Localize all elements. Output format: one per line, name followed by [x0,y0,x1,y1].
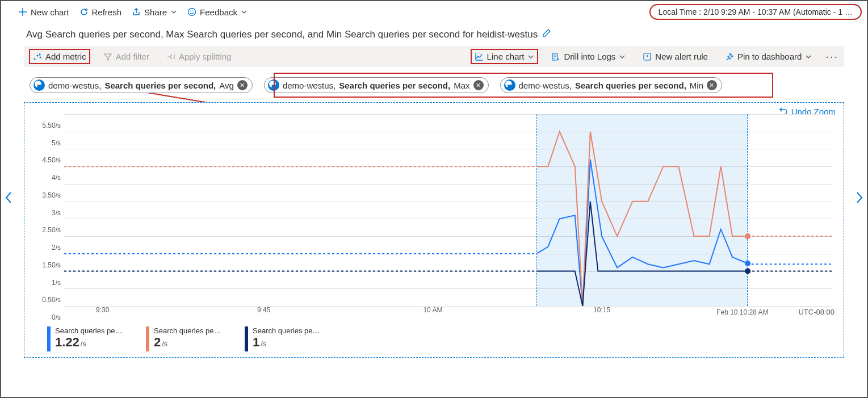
svg-point-1 [190,11,191,12]
feedback-label: Feedback [200,7,237,17]
feedback-button[interactable]: Feedback [187,7,248,17]
splitting-icon [166,52,175,61]
filter-icon [103,52,112,61]
chevron-down-icon [170,9,177,15]
refresh-icon [79,7,89,16]
svg-point-0 [188,9,196,16]
y-tick-label: 0/s [52,313,61,321]
line-chart-icon [475,52,484,61]
y-tick-label: 1/s [52,279,61,287]
chevron-down-icon [805,53,812,60]
share-button[interactable]: Share [132,7,177,17]
y-tick-label: 2/s [52,244,61,252]
y-axis: 0/s0.50/s1/s1.50/s2/s2.50/s3/s3.50/s4/s4… [24,114,64,306]
metric-pill-avg[interactable]: demo-westus, Search queries per second, … [30,77,253,93]
y-tick-label: 5.50/s [42,122,61,129]
logs-icon [551,52,560,61]
legend-item[interactable]: Search queries per s...1.22/s [47,326,123,351]
svg-point-10 [745,233,750,239]
new-alert-label: New alert rule [655,52,708,61]
apply-splitting-button: Apply splitting [163,49,235,64]
y-tick-label: 3/s [52,209,61,217]
pill-resource: demo-westus, [48,81,101,90]
metric-pills-row: demo-westus, Search queries per second, … [1,67,867,99]
metric-icon [33,52,42,61]
refresh-label: Refresh [92,7,122,17]
legend-item[interactable]: Search queries per s...1/s [245,326,321,351]
chart-type-label: Line chart [487,52,525,61]
svg-point-4 [37,55,39,56]
share-label: Share [144,7,167,17]
edit-icon[interactable] [542,28,551,40]
annotation-highlight [274,73,773,98]
svg-point-5 [40,56,41,58]
timezone-label: UTC-08:00 [798,308,835,316]
alert-icon [643,52,652,61]
y-tick-label: 3.50/s [42,191,61,199]
add-metric-button[interactable]: Add metric [30,49,90,64]
chevron-down-icon [619,53,626,60]
drill-into-logs-button[interactable]: Drill into Logs [548,49,629,64]
add-filter-button: Add filter [100,49,153,64]
refresh-button[interactable]: Refresh [79,7,122,17]
drill-logs-label: Drill into Logs [564,52,615,61]
pin-icon [725,52,734,61]
prev-chart-button[interactable] [5,191,12,207]
y-tick-label: 1.50/s [42,261,61,269]
legend: Search queries per s...1.22/sSearch quer… [47,326,321,351]
y-tick-label: 4/s [52,174,61,182]
pill-metric: Search queries per second, [104,81,216,90]
smiley-icon [187,7,196,16]
pin-dashboard-label: Pin to dashboard [737,52,802,61]
remove-pill-icon[interactable]: ✕ [237,80,248,90]
y-tick-label: 0.50/s [42,296,61,304]
y-tick-label: 2.50/s [42,226,61,234]
x-tick-label: 10:15 [593,306,610,314]
legend-item[interactable]: Search queries per s...2/s [146,326,222,351]
legend-label: Search queries per s... [55,326,123,335]
pin-to-dashboard-button[interactable]: Pin to dashboard [722,49,815,64]
legend-unit: /s [81,340,86,348]
chart-title-row: Avg Search queries per second, Max Searc… [1,23,867,46]
end-time-label: Feb 10 10:28 AM [716,308,768,316]
top-toolbar: New chart Refresh Share Feedback Local T… [1,1,867,23]
add-filter-label: Add filter [116,52,149,61]
legend-value: 1 [253,335,259,350]
legend-color-bar [47,326,51,351]
y-tick-label: 4.50/s [42,156,61,164]
legend-value: 2 [154,335,161,350]
new-chart-button[interactable]: New chart [18,7,69,17]
resource-icon [33,79,45,91]
pill-agg: Avg [219,81,234,90]
svg-point-11 [745,269,750,274]
legend-value: 1.22 [55,335,79,350]
share-icon [132,7,141,16]
chart-toolbar: Add metric Add filter Apply splitting Li… [24,46,844,67]
chart-title: Avg Search queries per second, Max Searc… [26,29,538,40]
legend-label: Search queries per s... [253,326,321,335]
new-alert-rule-button[interactable]: New alert rule [639,49,711,64]
plot-region[interactable] [64,114,832,306]
legend-unit: /s [162,340,167,348]
add-metric-label: Add metric [45,52,86,61]
svg-point-2 [192,11,194,12]
more-actions-button[interactable]: ··· [825,50,838,63]
svg-point-3 [34,58,36,60]
legend-color-bar [245,326,248,351]
apply-splitting-label: Apply splitting [179,52,232,61]
y-tick-label: 5/s [52,139,61,147]
x-tick-label: 9:30 [96,306,109,314]
chevron-down-icon [527,53,534,60]
legend-color-bar [146,326,149,351]
x-tick-label: 10 AM [423,306,442,314]
chart-area[interactable]: Undo Zoom 0/s0.50/s1/s1.50/s2/s2.50/s3/s… [24,102,844,358]
plot-lines [64,114,832,306]
x-tick-label: 9:45 [257,306,270,314]
chevron-down-icon [241,9,248,15]
time-range-picker[interactable]: Local Time : 2/10 9:29 AM - 10:37 AM (Au… [650,5,861,19]
plus-icon [18,7,27,16]
new-chart-label: New chart [31,7,69,17]
next-chart-button[interactable] [856,191,863,207]
chart-type-selector[interactable]: Line chart [471,49,538,64]
legend-unit: /s [261,340,266,348]
